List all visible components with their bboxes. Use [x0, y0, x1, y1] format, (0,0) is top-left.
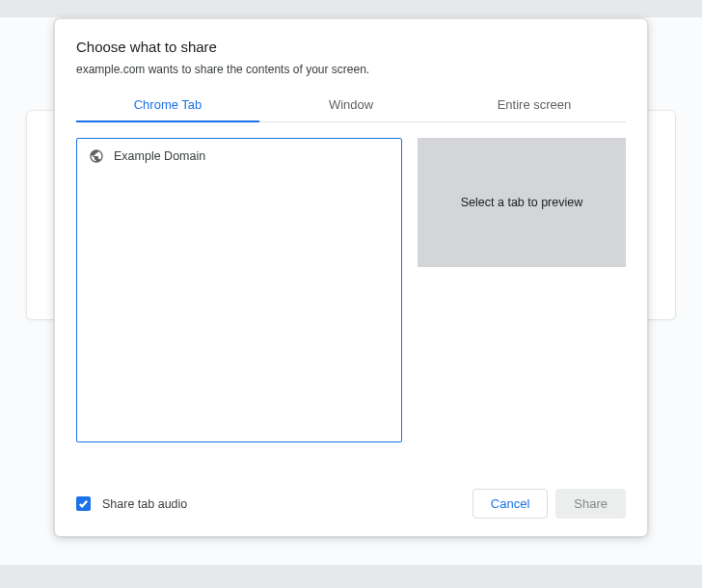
share-audio-label: Share tab audio — [102, 497, 187, 511]
browser-bottom-bar — [0, 565, 702, 588]
dialog-title: Choose what to share — [76, 39, 626, 55]
browser-top-bar — [0, 0, 702, 17]
tab-list-item[interactable]: Example Domain — [77, 139, 401, 174]
screen-share-dialog: Choose what to share example.com wants t… — [54, 18, 648, 537]
dialog-footer: Share tab audio Cancel Share — [76, 471, 626, 519]
footer-buttons: Cancel Share — [472, 489, 626, 519]
preview-pane: Select a tab to preview — [418, 138, 626, 267]
tab-window[interactable]: Window — [259, 90, 443, 121]
content-row: Example Domain Select a tab to preview — [76, 138, 626, 471]
preview-text: Select a tab to preview — [461, 196, 582, 209]
share-audio-checkbox[interactable] — [76, 496, 91, 511]
share-button[interactable]: Share — [555, 489, 626, 519]
globe-icon — [89, 148, 104, 164]
share-audio-option: Share tab audio — [76, 496, 187, 511]
cancel-button[interactable]: Cancel — [472, 489, 548, 519]
dialog-subtitle: example.com wants to share the contents … — [76, 63, 626, 76]
tab-chrome-tab[interactable]: Chrome Tab — [76, 90, 259, 121]
tab-item-label: Example Domain — [114, 149, 205, 163]
tab-list[interactable]: Example Domain — [76, 138, 402, 442]
share-tabs: Chrome Tab Window Entire screen — [76, 90, 626, 122]
tab-entire-screen[interactable]: Entire screen — [443, 90, 626, 121]
